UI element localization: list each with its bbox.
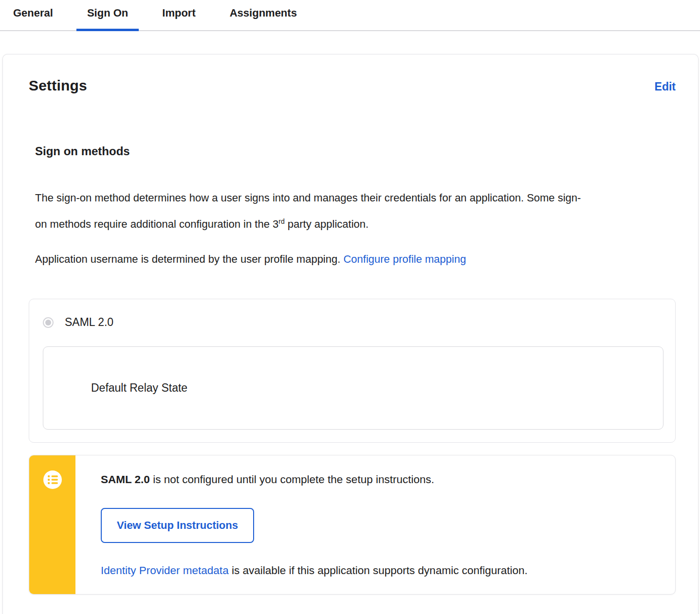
edit-link[interactable]: Edit xyxy=(655,80,676,93)
saml-warning-callout: SAML 2.0 is not configured until you com… xyxy=(29,455,676,595)
username-mapping-description: Application username is determined by th… xyxy=(35,248,585,271)
description-superscript: rd xyxy=(278,217,284,225)
saml-radio-row: SAML 2.0 xyxy=(43,316,663,329)
default-relay-state-label: Default Relay State xyxy=(91,381,187,395)
default-relay-state-box: Default Relay State xyxy=(43,346,663,430)
tab-sign-on[interactable]: Sign On xyxy=(76,3,139,30)
callout-content: SAML 2.0 is not configured until you com… xyxy=(75,455,675,594)
tab-general[interactable]: General xyxy=(2,3,64,30)
sign-on-methods-description: The sign-on method determines how a user… xyxy=(35,186,585,236)
saml-method-box: SAML 2.0 Default Relay State xyxy=(29,299,676,443)
view-setup-instructions-button[interactable]: View Setup Instructions xyxy=(101,508,254,543)
configure-profile-mapping-link[interactable]: Configure profile mapping xyxy=(343,253,466,265)
callout-footer: Identity Provider metadata is available … xyxy=(101,563,656,578)
tab-assignments[interactable]: Assignments xyxy=(219,3,308,30)
saml-radio-label: SAML 2.0 xyxy=(65,316,113,329)
callout-message: SAML 2.0 is not configured until you com… xyxy=(101,472,656,487)
list-icon xyxy=(43,470,62,489)
tab-import[interactable]: Import xyxy=(151,3,206,30)
metadata-rest-text: is available if this application support… xyxy=(229,564,528,577)
description-text-2: party application. xyxy=(285,218,368,230)
callout-message-rest: is not configured until you complete the… xyxy=(150,473,434,486)
settings-title: Settings xyxy=(29,77,87,94)
settings-card: Settings Edit Sign on methods The sign-o… xyxy=(2,54,699,614)
callout-accent-bar xyxy=(29,455,75,594)
app-tabbar: General Sign On Import Assignments xyxy=(0,0,700,31)
identity-provider-metadata-link[interactable]: Identity Provider metadata xyxy=(101,564,229,577)
callout-message-bold: SAML 2.0 xyxy=(101,473,150,486)
settings-card-header: Settings Edit xyxy=(29,77,676,94)
username-mapping-text: Application username is determined by th… xyxy=(35,253,343,265)
sign-on-methods-heading: Sign on methods xyxy=(35,144,676,158)
saml-radio-button[interactable] xyxy=(43,317,54,328)
